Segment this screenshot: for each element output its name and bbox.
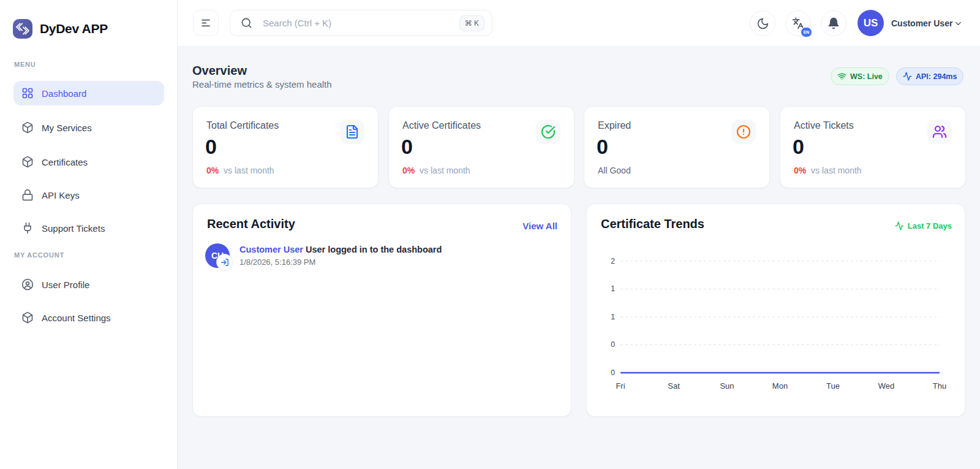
svg-text:Thu: Thu xyxy=(933,381,946,391)
svg-text:Mon: Mon xyxy=(772,381,788,391)
svg-text:Tue: Tue xyxy=(826,381,840,391)
svg-text:Fri: Fri xyxy=(616,381,625,391)
svg-text:1: 1 xyxy=(611,284,615,293)
svg-text:Wed: Wed xyxy=(878,381,895,391)
svg-text:Sat: Sat xyxy=(668,381,680,391)
svg-text:0: 0 xyxy=(611,368,615,377)
svg-text:1: 1 xyxy=(611,313,615,321)
svg-text:Sun: Sun xyxy=(720,381,734,391)
svg-text:0: 0 xyxy=(611,340,615,349)
svg-text:2: 2 xyxy=(611,257,615,265)
